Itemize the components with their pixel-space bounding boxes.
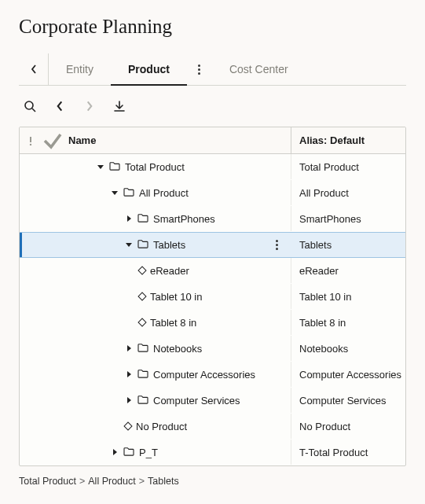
- tree-row[interactable]: eReadereReader: [20, 258, 405, 284]
- expand-toggle[interactable]: [111, 448, 119, 456]
- name-cell: Total Product: [20, 154, 291, 179]
- expand-toggle[interactable]: [125, 370, 133, 378]
- collapse-toggle[interactable]: [125, 241, 133, 249]
- tab-product[interactable]: Product: [111, 54, 187, 86]
- member-name: Tablets: [153, 239, 185, 251]
- history-prev-button[interactable]: [49, 95, 71, 117]
- leaf-icon: [137, 266, 146, 274]
- triangle-down-icon: [112, 191, 118, 195]
- folder-icon: [137, 239, 148, 251]
- folder-icon: [137, 213, 148, 225]
- tree-row[interactable]: Total ProductTotal Product: [20, 154, 405, 180]
- tree-row[interactable]: Computer AccessoriesComputer Accessories: [20, 362, 405, 388]
- alias-cell: SmartPhones: [291, 206, 405, 231]
- svg-line-1: [32, 109, 35, 112]
- member-name: SmartPhones: [153, 213, 215, 225]
- more-vertical-icon: [198, 64, 200, 75]
- tree-row[interactable]: No ProductNo Product: [20, 414, 405, 440]
- tree-node: Tablets: [125, 239, 185, 251]
- folder-icon: [137, 239, 148, 248]
- alias-cell: Notebooks: [291, 336, 405, 361]
- tree-row[interactable]: P_TT-Total Product: [20, 440, 405, 465]
- folder-icon: [123, 187, 134, 199]
- breadcrumb: Total Product>All Product>Tablets: [19, 476, 406, 487]
- alias-cell: Tablet 8 in: [291, 310, 405, 335]
- members-grid: Name Alias: Default Total ProductTotal P…: [19, 127, 406, 466]
- toolbar: [19, 95, 406, 117]
- tab-entity[interactable]: Entity: [49, 53, 111, 85]
- tree-row[interactable]: Tablet 10 inTablet 10 in: [20, 284, 405, 310]
- leaf-icon: [123, 421, 132, 430]
- tree-row[interactable]: All ProductAll Product: [20, 180, 405, 206]
- history-next-button[interactable]: [79, 95, 101, 117]
- tree-node: No Product: [125, 421, 187, 432]
- name-cell: Tablets: [20, 233, 291, 257]
- alias-cell: Total Product: [291, 154, 405, 179]
- chevron-left-icon: [53, 100, 66, 112]
- search-icon: [24, 100, 36, 112]
- name-cell: eReader: [20, 258, 291, 283]
- tree-node: Tablet 8 in: [139, 317, 196, 329]
- chevron-right-icon: [83, 100, 96, 112]
- tree-node: SmartPhones: [125, 213, 215, 225]
- back-button[interactable]: [19, 53, 49, 85]
- column-header-name[interactable]: Name: [64, 134, 291, 146]
- expand-toggle[interactable]: [125, 396, 133, 404]
- tree-node: Tablet 10 in: [139, 291, 203, 303]
- download-icon: [113, 100, 126, 112]
- tree-node: Computer Accessories: [125, 369, 255, 381]
- leaf-icon: [137, 292, 146, 300]
- member-name: Computer Services: [153, 395, 240, 407]
- tab-cost-center[interactable]: Cost Center: [212, 53, 306, 85]
- name-cell: P_T: [20, 440, 291, 465]
- triangle-down-icon: [126, 243, 132, 247]
- member-name: Tablet 8 in: [150, 317, 196, 329]
- tree-row[interactable]: NotebooksNotebooks: [20, 336, 405, 362]
- tree-row[interactable]: Tablet 8 inTablet 8 in: [20, 310, 405, 336]
- name-cell: Notebooks: [20, 336, 291, 361]
- tree-row[interactable]: TabletsTablets: [20, 232, 405, 258]
- tree-node: Notebooks: [125, 343, 202, 355]
- tabs-bar: Entity Product Cost Center: [19, 53, 406, 86]
- column-select[interactable]: [42, 127, 64, 153]
- tree-row[interactable]: SmartPhonesSmartPhones: [20, 206, 405, 232]
- folder-icon: [123, 447, 134, 456]
- collapse-toggle[interactable]: [111, 189, 119, 197]
- triangle-right-icon: [127, 371, 131, 377]
- folder-icon: [123, 187, 134, 197]
- member-name: Total Product: [125, 161, 185, 173]
- member-name: eReader: [150, 265, 189, 277]
- row-actions-button[interactable]: [269, 237, 284, 253]
- tree-node: Computer Services: [125, 395, 240, 407]
- alias-cell: Tablets: [291, 233, 405, 257]
- member-name: Notebooks: [153, 343, 202, 355]
- expand-toggle[interactable]: [125, 344, 133, 352]
- breadcrumb-item[interactable]: Tablets: [148, 476, 179, 487]
- tree-row[interactable]: Computer ServicesComputer Services: [20, 388, 405, 414]
- alias-cell: eReader: [291, 258, 405, 283]
- chevron-left-icon: [31, 64, 37, 74]
- name-cell: SmartPhones: [20, 206, 291, 231]
- alias-cell: All Product: [291, 180, 405, 205]
- alias-cell: No Product: [291, 414, 405, 439]
- check-icon: [42, 130, 64, 152]
- expand-toggle[interactable]: [125, 215, 133, 223]
- breadcrumb-separator: >: [139, 476, 145, 487]
- collapse-toggle[interactable]: [97, 163, 104, 171]
- search-button[interactable]: [19, 95, 41, 117]
- tab-overflow-button[interactable]: [187, 53, 212, 85]
- grid-body: Total ProductTotal ProductAll ProductAll…: [20, 154, 405, 465]
- name-cell: Computer Services: [20, 388, 291, 413]
- breadcrumb-item[interactable]: Total Product: [19, 476, 76, 487]
- more-vertical-icon: [276, 240, 278, 250]
- alias-cell: Tablet 10 in: [291, 284, 405, 309]
- column-marker[interactable]: [20, 127, 42, 153]
- member-name: Tablet 10 in: [150, 291, 203, 303]
- folder-icon: [137, 369, 148, 381]
- folder-icon: [109, 161, 120, 171]
- download-button[interactable]: [108, 95, 130, 117]
- breadcrumb-item[interactable]: All Product: [88, 476, 135, 487]
- column-header-alias[interactable]: Alias: Default: [291, 127, 405, 153]
- grid-header: Name Alias: Default: [20, 127, 405, 154]
- page-title: Corporate Planning: [19, 16, 406, 38]
